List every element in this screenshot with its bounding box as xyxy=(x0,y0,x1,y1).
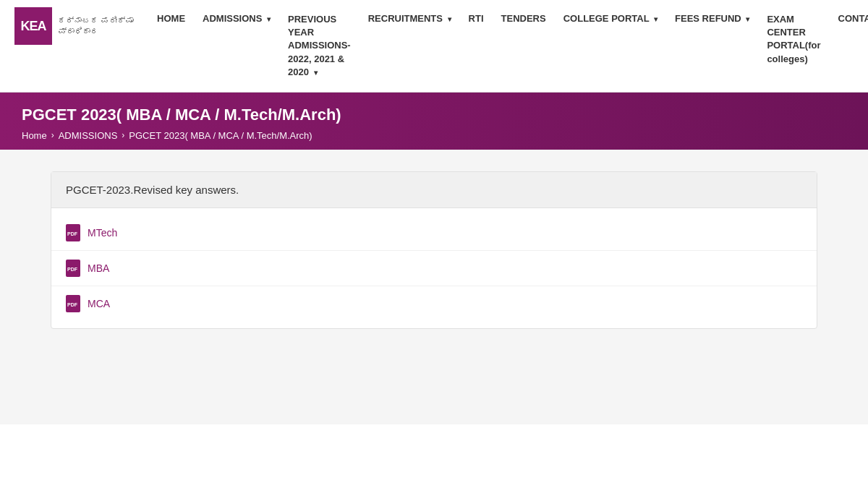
pdf-icon-mca: PDF xyxy=(66,295,80,312)
fees-refund-dropdown-arrow: ▾ xyxy=(746,15,749,23)
nav-item-exam-center[interactable]: EXAM CENTER PORTAL(for colleges) xyxy=(758,7,829,72)
content-card-header: PGCET-2023.Revised key answers. xyxy=(51,172,817,208)
svg-text:PDF: PDF xyxy=(67,231,78,236)
content-card: PGCET-2023.Revised key answers. PDF MTec… xyxy=(51,171,817,329)
nav-menu: HOME ADMISSIONS ▾ PREVIOUS YEAR ADMISSIO… xyxy=(148,7,868,85)
nav-item-admissions[interactable]: ADMISSIONS ▾ xyxy=(194,7,279,30)
file-link-mba-label: MBA xyxy=(88,262,109,274)
pdf-icon-mba: PDF xyxy=(66,260,80,277)
nav-item-contact-us[interactable]: CONTACT US xyxy=(830,7,868,30)
file-link-mca-label: MCA xyxy=(88,298,110,309)
admissions-dropdown-arrow: ▾ xyxy=(267,15,271,23)
breadcrumb: Home › ADMISSIONS › PGCET 2023( MBA / MC… xyxy=(22,130,846,141)
breadcrumb-sep-2: › xyxy=(122,130,124,140)
svg-text:PDF: PDF xyxy=(67,267,78,272)
nav-item-fees-refund[interactable]: FEES REFUND ▾ xyxy=(666,7,758,30)
prev-admissions-dropdown-arrow: ▾ xyxy=(314,68,318,78)
main-content: PGCET-2023.Revised key answers. PDF MTec… xyxy=(0,150,868,424)
logo-subtext: ಕರ್ನಾಟಕ ಪರೀಕ್ಷಾ ಪ್ರಾಧಿಕಾರ xyxy=(58,15,134,38)
navbar: KEA ಕರ್ನಾಟಕ ಪರೀಕ್ಷಾ ಪ್ರಾಧಿಕಾರ HOME ADMIS… xyxy=(0,0,868,93)
nav-item-tenders[interactable]: TENDERS xyxy=(493,7,555,30)
breadcrumb-current: PGCET 2023( MBA / MCA / M.Tech/M.Arch) xyxy=(129,130,312,141)
nav-item-home[interactable]: HOME xyxy=(148,7,194,30)
nav-item-rti[interactable]: RTI xyxy=(460,7,493,30)
recruitments-dropdown-arrow: ▾ xyxy=(448,15,451,23)
file-link-mba[interactable]: PDF MBA xyxy=(51,251,817,286)
logo-area: KEA ಕರ್ನಾಟಕ ಪರೀಕ್ಷಾ ಪ್ರಾಧಿಕಾರ xyxy=(14,7,134,45)
nav-item-recruitments[interactable]: RECRUITMENTS ▾ xyxy=(359,7,460,30)
pdf-icon-mtech: PDF xyxy=(66,224,80,241)
breadcrumb-sep-1: › xyxy=(51,130,54,140)
breadcrumb-home[interactable]: Home xyxy=(22,130,47,141)
breadcrumb-admissions[interactable]: ADMISSIONS xyxy=(59,130,118,141)
file-link-mtech[interactable]: PDF MTech xyxy=(51,215,817,251)
logo-text: KEA xyxy=(20,19,46,34)
content-card-body: PDF MTech PDF MBA PDF xyxy=(51,208,817,328)
nav-item-prev-admissions[interactable]: PREVIOUS YEAR ADMISSIONS- 2022, 2021 & 2… xyxy=(279,7,359,85)
page-title: PGCET 2023( MBA / MCA / M.Tech/M.Arch) xyxy=(22,106,846,124)
logo-box: KEA xyxy=(14,7,52,45)
nav-item-college-portal[interactable]: COLLEGE PORTAL ▾ xyxy=(555,7,666,30)
svg-text:PDF: PDF xyxy=(67,302,78,307)
file-link-mtech-label: MTech xyxy=(88,227,117,239)
logo-subtext-line1: ಕರ್ನಾಟಕ ಪರೀಕ್ಷಾ xyxy=(58,15,134,26)
hero-banner: PGCET 2023( MBA / MCA / M.Tech/M.Arch) H… xyxy=(0,93,868,150)
file-link-mca[interactable]: PDF MCA xyxy=(51,286,817,321)
logo-subtext-line2: ಪ್ರಾಧಿಕಾರ xyxy=(58,26,134,37)
college-portal-dropdown-arrow: ▾ xyxy=(654,15,658,23)
